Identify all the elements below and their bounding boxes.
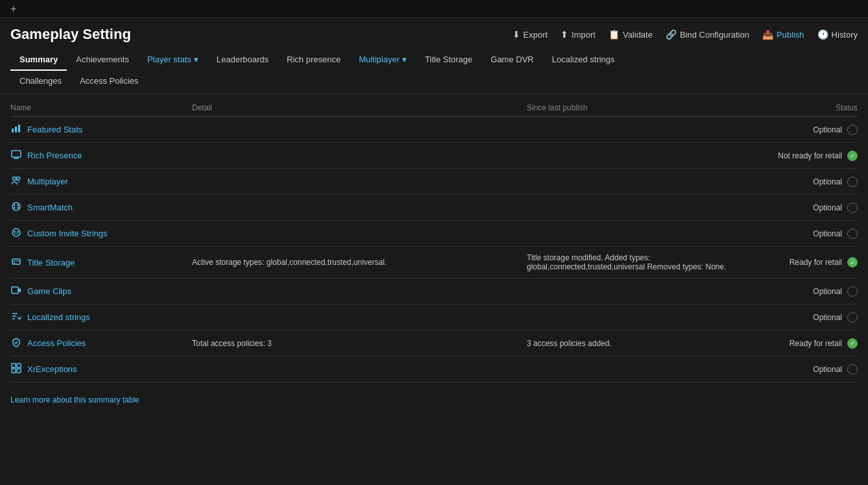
xr-exceptions-label: XrExceptions bbox=[27, 364, 77, 374]
export-button[interactable]: ⬇ Export bbox=[512, 29, 548, 40]
tab-summary[interactable]: Summary bbox=[10, 49, 67, 71]
svg-point-14 bbox=[17, 231, 19, 233]
rich-presence-status-circle: ✓ bbox=[847, 151, 858, 161]
history-label: History bbox=[832, 30, 858, 40]
rich-presence-status-label: Not ready for retail bbox=[778, 151, 842, 160]
col-header-since: Since last publish bbox=[527, 103, 754, 112]
validate-button[interactable]: 📋 Validate bbox=[609, 29, 653, 40]
localized-strings-status-label: Optional bbox=[813, 313, 842, 322]
top-bar: + bbox=[0, 0, 868, 18]
localized-strings-status-circle bbox=[847, 312, 858, 323]
new-tab-button[interactable]: + bbox=[5, 3, 21, 15]
tab-challenges[interactable]: Challenges bbox=[10, 71, 71, 92]
row-title-storage-name[interactable]: Title Storage bbox=[10, 256, 192, 269]
svg-point-11 bbox=[18, 207, 19, 209]
learn-more-link[interactable]: Learn more about this summary table bbox=[10, 395, 139, 404]
publish-button[interactable]: 📤 Publish bbox=[762, 29, 804, 40]
svg-rect-17 bbox=[12, 287, 18, 293]
custom-invite-label: Custom Invite Strings bbox=[27, 229, 108, 238]
svg-rect-18 bbox=[12, 364, 16, 367]
bind-config-button[interactable]: 🔗 Bind Configuration bbox=[666, 29, 749, 40]
rich-presence-label: Rich Presence bbox=[27, 151, 82, 160]
title-storage-detail: Active storage types: global,connected,t… bbox=[192, 258, 527, 267]
game-clips-status-circle bbox=[847, 286, 858, 297]
xr-exceptions-icon bbox=[10, 363, 22, 375]
col-header-name: Name bbox=[10, 103, 192, 112]
import-button[interactable]: ⬆ Import bbox=[561, 29, 596, 40]
publish-label: Publish bbox=[777, 30, 804, 40]
svg-rect-1 bbox=[15, 127, 17, 132]
table-row: Game Clips Optional bbox=[10, 279, 858, 305]
svg-point-7 bbox=[12, 203, 20, 210]
history-icon: 🕐 bbox=[817, 29, 828, 40]
row-xr-exceptions-name[interactable]: XrExceptions bbox=[10, 363, 192, 375]
rich-presence-icon bbox=[10, 149, 22, 162]
row-multiplayer-name[interactable]: Multiplayer bbox=[10, 175, 192, 188]
tab-title-storage[interactable]: Title Storage bbox=[416, 49, 481, 71]
multiplayer-arrow-icon: ▾ bbox=[402, 55, 407, 64]
row-smartmatch-name[interactable]: SmartMatch bbox=[10, 201, 192, 214]
row-custom-invite-name[interactable]: Custom Invite Strings bbox=[10, 227, 192, 240]
title-storage-label: Title Storage bbox=[27, 258, 75, 267]
smartmatch-icon bbox=[10, 201, 22, 214]
svg-point-10 bbox=[14, 207, 16, 209]
tab-leaderboards[interactable]: Leaderboards bbox=[208, 49, 278, 71]
xr-exceptions-status-label: Optional bbox=[813, 365, 842, 374]
tab-achievements[interactable]: Achievements bbox=[67, 49, 138, 71]
tab-player-stats-label: Player stats bbox=[147, 55, 191, 64]
multiplayer-status-circle bbox=[847, 177, 858, 187]
row-localized-strings-name[interactable]: Localized strings bbox=[10, 311, 192, 323]
svg-rect-15 bbox=[12, 259, 20, 264]
tab-localized-strings[interactable]: Localized strings bbox=[543, 49, 624, 71]
bind-config-icon: 🔗 bbox=[666, 29, 677, 40]
svg-point-12 bbox=[12, 229, 20, 236]
featured-stats-status: Optional bbox=[754, 125, 858, 135]
table-row: Access Policies Total access policies: 3… bbox=[10, 330, 858, 356]
featured-stats-icon bbox=[10, 123, 22, 136]
table-header-row: Name Detail Since last publish Status bbox=[10, 99, 858, 117]
header-row: Gameplay Setting ⬇ Export ⬆ Import 📋 Val… bbox=[10, 26, 858, 43]
svg-rect-4 bbox=[14, 158, 19, 159]
featured-stats-label: Featured Stats bbox=[27, 125, 82, 134]
svg-point-13 bbox=[14, 231, 16, 233]
access-policies-icon bbox=[10, 337, 22, 349]
access-policies-detail: Total access policies: 3 bbox=[192, 339, 527, 348]
header: Gameplay Setting ⬇ Export ⬆ Import 📋 Val… bbox=[0, 18, 868, 94]
multiplayer-icon bbox=[10, 175, 22, 188]
table-row: XrExceptions Optional bbox=[10, 356, 858, 382]
game-clips-status-label: Optional bbox=[813, 287, 842, 296]
import-label: Import bbox=[572, 30, 596, 40]
tab-rich-presence[interactable]: Rich presence bbox=[278, 49, 350, 71]
tab-access-policies[interactable]: Access Policies bbox=[71, 71, 147, 92]
title-storage-status-circle: ✓ bbox=[847, 257, 858, 267]
game-clips-status: Optional bbox=[754, 286, 858, 297]
svg-point-5 bbox=[13, 177, 16, 180]
svg-rect-20 bbox=[12, 369, 16, 373]
row-access-policies-name[interactable]: Access Policies bbox=[10, 337, 192, 349]
svg-point-6 bbox=[17, 177, 20, 180]
main-content: Name Detail Since last publish Status Fe… bbox=[0, 99, 868, 404]
export-label: Export bbox=[524, 30, 548, 40]
access-policies-since: 3 access policies added. bbox=[527, 339, 754, 348]
rich-presence-status: Not ready for retail ✓ bbox=[754, 151, 858, 161]
title-storage-since: Title storage modified. Added types: glo… bbox=[527, 253, 754, 271]
access-policies-status-label: Ready for retail bbox=[790, 339, 842, 348]
col-header-status: Status bbox=[754, 103, 858, 112]
history-button[interactable]: 🕐 History bbox=[817, 29, 858, 40]
row-rich-presence-name[interactable]: Rich Presence bbox=[10, 149, 192, 162]
custom-invite-status-label: Optional bbox=[813, 229, 842, 238]
col-header-detail: Detail bbox=[192, 103, 527, 112]
access-policies-status-circle: ✓ bbox=[847, 338, 858, 349]
import-icon: ⬆ bbox=[561, 29, 568, 40]
tab-player-stats[interactable]: Player stats ▾ bbox=[138, 49, 208, 71]
tab-game-dvr[interactable]: Game DVR bbox=[481, 49, 542, 71]
featured-stats-status-label: Optional bbox=[813, 125, 842, 134]
row-featured-stats-name[interactable]: Featured Stats bbox=[10, 123, 192, 136]
title-storage-status: Ready for retail ✓ bbox=[754, 257, 858, 267]
featured-stats-status-circle bbox=[847, 125, 858, 135]
table-row: SmartMatch Optional bbox=[10, 195, 858, 221]
export-icon: ⬇ bbox=[512, 29, 520, 40]
tab-multiplayer[interactable]: Multiplayer ▾ bbox=[350, 49, 416, 71]
localized-strings-label: Localized strings bbox=[27, 312, 90, 322]
row-game-clips-name[interactable]: Game Clips bbox=[10, 285, 192, 297]
